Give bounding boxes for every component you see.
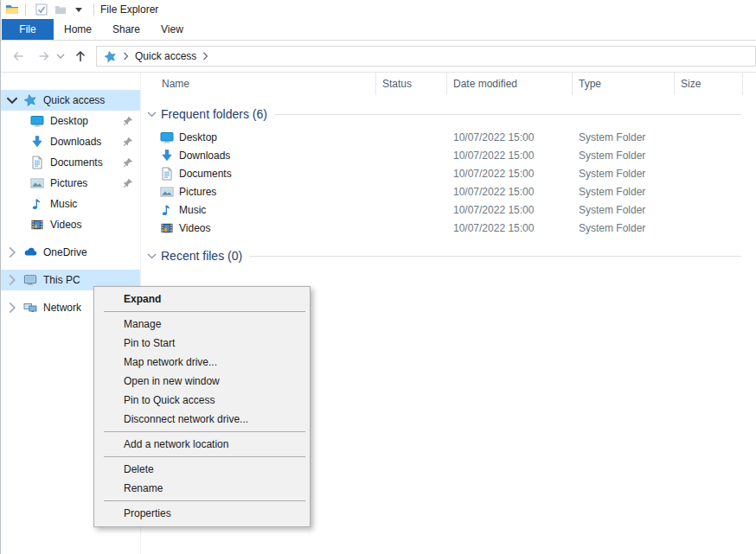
file-row-music[interactable]: Music10/07/2022 15:00System Folder — [141, 201, 756, 219]
cell-name: Documents — [141, 167, 376, 181]
menu-item-label: Delete — [124, 463, 154, 475]
recent-locations-caret-icon[interactable] — [56, 54, 65, 60]
file-name: Downloads — [179, 150, 230, 162]
menu-item-expand[interactable]: Expand — [94, 290, 310, 309]
file-name: Desktop — [179, 131, 217, 143]
qat-customize-caret-icon[interactable] — [75, 8, 82, 12]
menu-item-manage[interactable]: Manage — [94, 315, 310, 334]
music-icon — [30, 197, 44, 211]
chevron-right-icon[interactable] — [6, 274, 18, 286]
sidebar-item-documents[interactable]: Documents — [1, 152, 140, 173]
file-explorer-window: File Explorer File Home Share View Quick… — [0, 0, 756, 554]
menu-item-add-a-network-location[interactable]: Add a network location — [94, 435, 310, 454]
downloads-icon — [160, 149, 174, 162]
menu-item-pin-to-quick-access[interactable]: Pin to Quick access — [94, 391, 310, 410]
titlebar-separator — [25, 3, 26, 16]
breadcrumb-chevron-icon[interactable] — [202, 52, 208, 60]
file-row-desktop[interactable]: Desktop10/07/2022 15:00System Folder — [141, 128, 756, 146]
column-header-size[interactable]: Size — [675, 73, 743, 95]
explorer-folder-icon — [5, 3, 19, 16]
titlebar-separator — [93, 3, 94, 16]
chevron-down-icon[interactable] — [6, 94, 18, 106]
menu-item-disconnect-network-drive[interactable]: Disconnect network drive... — [94, 410, 310, 429]
sidebar-item-downloads[interactable]: Downloads — [1, 131, 140, 152]
chevron-down-icon[interactable] — [147, 253, 157, 259]
file-name: Videos — [179, 222, 210, 234]
videos-icon — [160, 221, 174, 235]
titlebar: File Explorer — [1, 0, 756, 19]
chevron-right-icon[interactable] — [6, 246, 18, 258]
qat-new-folder-icon[interactable] — [54, 3, 67, 16]
tab-share[interactable]: Share — [102, 19, 151, 40]
breadcrumb-chevron-icon[interactable] — [123, 52, 129, 60]
menu-item-rename[interactable]: Rename — [94, 479, 310, 498]
file-name: Music — [179, 204, 206, 216]
chevron-down-icon[interactable] — [147, 111, 157, 118]
sidebar-item-onedrive[interactable]: OneDrive — [1, 242, 140, 263]
pin-icon — [123, 137, 133, 147]
file-row-videos[interactable]: Videos10/07/2022 15:00System Folder — [141, 219, 756, 237]
menu-item-label: Rename — [124, 482, 163, 494]
sidebar-item-label: Videos — [50, 219, 81, 231]
file-row-pictures[interactable]: Pictures10/07/2022 15:00System Folder — [141, 182, 756, 201]
cell-date-modified: 10/07/2022 15:00 — [447, 186, 573, 198]
forward-button-icon[interactable] — [37, 49, 51, 63]
menu-divider — [104, 456, 305, 457]
cell-date-modified: 10/07/2022 15:00 — [447, 150, 573, 162]
chevron-right-icon[interactable] — [6, 302, 18, 314]
column-header-status[interactable]: Status — [376, 73, 447, 95]
group-header-frequent-folders[interactable]: Frequent folders (6) — [141, 105, 756, 123]
sidebar-item-label: Pictures — [50, 177, 87, 189]
menu-item-open-in-new-window[interactable]: Open in new window — [94, 372, 310, 391]
cell-type: System Folder — [573, 150, 675, 162]
group-title: Recent files (0) — [161, 249, 242, 263]
tab-file[interactable]: File — [2, 19, 54, 40]
sidebar-item-label: Desktop — [50, 115, 88, 127]
desktop-icon — [160, 131, 174, 144]
menu-item-pin-to-start[interactable]: Pin to Start — [94, 334, 310, 353]
cell-type: System Folder — [573, 131, 675, 143]
column-header-name[interactable]: Name — [141, 73, 376, 95]
tab-home[interactable]: Home — [54, 19, 102, 40]
videos-icon — [30, 218, 44, 232]
menu-item-label: Pin to Quick access — [124, 394, 215, 406]
back-button-icon[interactable] — [11, 49, 25, 63]
sidebar-item-videos[interactable]: Videos — [1, 214, 140, 235]
menu-item-label: Manage — [124, 318, 161, 330]
menu-item-label: Pin to Start — [124, 337, 175, 349]
quick-access-star-icon — [104, 50, 117, 63]
downloads-icon — [30, 135, 44, 149]
tab-view[interactable]: View — [151, 19, 194, 40]
cell-date-modified: 10/07/2022 15:00 — [447, 222, 573, 234]
address-bar[interactable]: Quick access — [96, 46, 756, 67]
menu-item-delete[interactable]: Delete — [94, 460, 310, 479]
sidebar-item-label: Documents — [50, 156, 103, 169]
file-row-documents[interactable]: Documents10/07/2022 15:00System Folder — [141, 164, 756, 182]
file-row-downloads[interactable]: Downloads10/07/2022 15:00System Folder — [141, 146, 756, 164]
group-rows: Desktop10/07/2022 15:00System FolderDown… — [141, 128, 756, 237]
documents-icon — [160, 167, 174, 181]
quick-access-star-icon — [23, 93, 37, 107]
menu-item-label: Map network drive... — [124, 356, 217, 368]
breadcrumb-location[interactable]: Quick access — [135, 50, 196, 62]
cell-date-modified: 10/07/2022 15:00 — [447, 204, 573, 216]
sidebar-item-music[interactable]: Music — [1, 194, 140, 214]
sidebar-item-label: Quick access — [43, 94, 105, 106]
menu-item-label: Disconnect network drive... — [124, 413, 248, 425]
menu-item-properties[interactable]: Properties — [94, 504, 310, 523]
sidebar-item-desktop[interactable]: Desktop — [1, 111, 140, 131]
sidebar-item-quick-access[interactable]: Quick access — [1, 90, 140, 111]
pictures-icon — [30, 176, 44, 190]
column-header-type[interactable]: Type — [573, 73, 675, 95]
sidebar-item-pictures[interactable]: Pictures — [1, 173, 140, 194]
qat-properties-icon[interactable] — [35, 3, 48, 16]
cell-type: System Folder — [573, 186, 675, 198]
group-header-recent-files[interactable]: Recent files (0) — [141, 247, 756, 264]
menu-item-map-network-drive[interactable]: Map network drive... — [94, 353, 310, 372]
sidebar-item-label: Music — [50, 198, 77, 210]
window-title: File Explorer — [100, 3, 158, 16]
music-icon — [160, 203, 174, 217]
up-button-icon[interactable] — [74, 49, 87, 63]
onedrive-icon — [23, 245, 37, 259]
column-header-date-modified[interactable]: Date modified — [447, 73, 573, 95]
